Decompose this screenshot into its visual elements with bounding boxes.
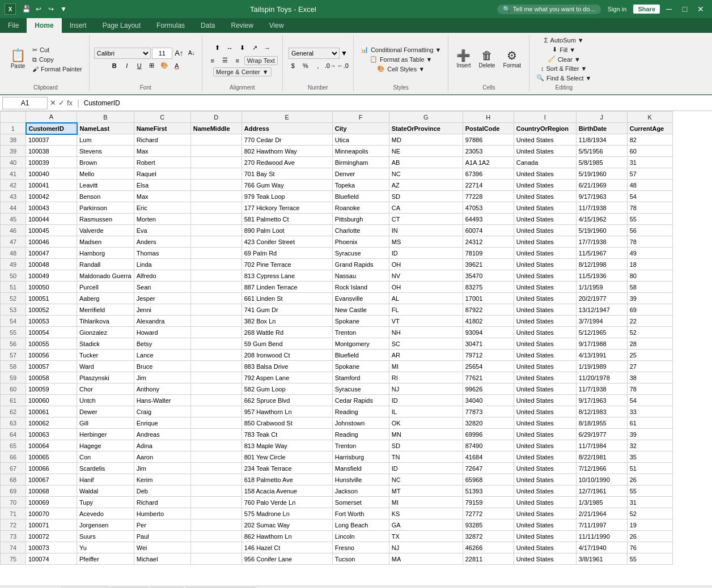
cell-k68[interactable]: 26 — [627, 474, 672, 485]
cell-j41[interactable]: 5/19/1960 — [576, 168, 627, 180]
cell-e73[interactable]: 862 Hawthorn Ln — [241, 531, 332, 542]
cell-k63[interactable]: 61 — [627, 417, 672, 429]
cell-k50[interactable]: 80 — [627, 270, 672, 282]
table-row[interactable]: 47100046MadsenAnders423 Conifer StreetPh… — [1, 236, 673, 248]
cell-a55[interactable]: 100054 — [26, 327, 77, 338]
cell-g75[interactable]: MA — [389, 553, 463, 565]
table-row[interactable]: 53100052MerrifieldJenni741 Gum DrNew Cas… — [1, 304, 673, 316]
cell-f50[interactable]: Nassau — [332, 270, 389, 282]
cell-j75[interactable]: 3/8/1961 — [576, 553, 627, 565]
cell-a68[interactable]: 100067 — [26, 474, 77, 485]
cell-a72[interactable]: 100071 — [26, 519, 77, 531]
cell-c73[interactable]: Paul — [134, 531, 190, 542]
restore-button[interactable]: □ — [678, 2, 692, 16]
cell-e58[interactable]: 883 Balsa Drive — [241, 361, 332, 372]
cell-i68[interactable]: United States — [514, 474, 576, 485]
cell-j51[interactable]: 1/1/1959 — [576, 282, 627, 293]
cell-i58[interactable]: United States — [514, 361, 576, 372]
table-row[interactable]: 63100062GillEnrique850 Crabwood StJohnst… — [1, 417, 673, 429]
cell-a51[interactable]: 100050 — [26, 282, 77, 293]
cell-b54[interactable]: Tihlarikova — [77, 316, 134, 327]
table-row[interactable]: 41100040MelloRaquel701 Bay StDenverNC673… — [1, 168, 673, 180]
font-decrease-btn[interactable]: A↓ — [186, 48, 197, 59]
cell-h52[interactable]: 17001 — [463, 293, 514, 304]
cell-a71[interactable]: 100070 — [26, 508, 77, 519]
cell-e40[interactable]: 270 Redwood Ave — [241, 157, 332, 168]
orientation-btn[interactable]: ↗ — [249, 42, 260, 54]
table-row[interactable]: 56100055StadickBetsy59 Gum BendMontgomer… — [1, 338, 673, 350]
cell-i42[interactable]: United States — [514, 180, 576, 191]
cell-d74[interactable] — [190, 542, 241, 553]
table-row[interactable]: 66100065ConAaron801 Yew CircleHarrisburg… — [1, 451, 673, 463]
cell-j74[interactable]: 4/17/1940 — [576, 542, 627, 553]
cell-j1[interactable]: BirthDate — [576, 123, 627, 134]
cell-a39[interactable]: 100038 — [26, 146, 77, 157]
cell-h40[interactable]: A1A 1A2 — [463, 157, 514, 168]
cell-c71[interactable]: Humberto — [134, 508, 190, 519]
cell-j66[interactable]: 8/22/1981 — [576, 451, 627, 463]
cell-i74[interactable]: United States — [514, 542, 576, 553]
cell-i43[interactable]: United States — [514, 191, 576, 202]
cell-k39[interactable]: 60 — [627, 146, 672, 157]
align-middle-btn[interactable]: ↔ — [224, 42, 235, 54]
cell-c49[interactable]: Linda — [134, 259, 190, 270]
cell-e63[interactable]: 850 Crabwood St — [241, 417, 332, 429]
cell-d43[interactable] — [190, 191, 241, 202]
cell-f48[interactable]: Syracuse — [332, 248, 389, 259]
autosum-button[interactable]: Σ AutoSum ▼ — [542, 36, 586, 44]
cell-i57[interactable]: United States — [514, 350, 576, 361]
table-row[interactable]: 75100074PfeifferMichael956 Conifer LaneT… — [1, 553, 673, 565]
cell-b50[interactable]: Maldonado Guerra — [77, 270, 134, 282]
cell-c56[interactable]: Betsy — [134, 338, 190, 350]
fill-color-button[interactable]: 🎨 — [159, 60, 170, 71]
cell-g69[interactable]: MT — [389, 485, 463, 497]
redo-btn[interactable]: ↪ — [45, 3, 57, 15]
italic-button[interactable]: I — [121, 60, 133, 71]
tell-me-box[interactable]: 🔍 Tell me what you want to do... — [497, 5, 601, 14]
cell-e60[interactable]: 582 Gum Loop — [241, 384, 332, 395]
cell-e1[interactable]: Address — [241, 123, 332, 134]
cell-h66[interactable]: 41684 — [463, 451, 514, 463]
cell-i66[interactable]: United States — [514, 451, 576, 463]
cell-b60[interactable]: Chor — [77, 384, 134, 395]
cell-i70[interactable]: United States — [514, 497, 576, 508]
cell-d73[interactable] — [190, 531, 241, 542]
cell-j57[interactable]: 4/13/1991 — [576, 350, 627, 361]
cell-g66[interactable]: TN — [389, 451, 463, 463]
cell-j44[interactable]: 11/7/1938 — [576, 202, 627, 214]
cell-h67[interactable]: 72647 — [463, 463, 514, 474]
cell-j72[interactable]: 7/11/1997 — [576, 519, 627, 531]
cell-g51[interactable]: OH — [389, 282, 463, 293]
cell-k74[interactable]: 76 — [627, 542, 672, 553]
cell-j63[interactable]: 8/18/1955 — [576, 417, 627, 429]
cell-a43[interactable]: 100042 — [26, 191, 77, 202]
cell-d46[interactable] — [190, 225, 241, 236]
cell-i47[interactable]: United States — [514, 236, 576, 248]
cell-g71[interactable]: KS — [389, 508, 463, 519]
cell-h43[interactable]: 77228 — [463, 191, 514, 202]
cell-e57[interactable]: 208 Ironwood Ct — [241, 350, 332, 361]
cell-c48[interactable]: Thomas — [134, 248, 190, 259]
cell-e69[interactable]: 158 Acacia Avenue — [241, 485, 332, 497]
cancel-formula-icon[interactable]: ✕ — [50, 99, 56, 107]
merge-center-button[interactable]: Merge & Center ▼ — [213, 67, 272, 76]
cell-e56[interactable]: 59 Gum Bend — [241, 338, 332, 350]
cell-d51[interactable] — [190, 282, 241, 293]
cell-b59[interactable]: Ptaszynski — [77, 372, 134, 384]
cell-h56[interactable]: 30471 — [463, 338, 514, 350]
cell-d64[interactable] — [190, 429, 241, 440]
cell-c59[interactable]: Jim — [134, 372, 190, 384]
cell-e52[interactable]: 661 Linden St — [241, 293, 332, 304]
cell-c65[interactable]: Adina — [134, 440, 190, 451]
font-increase-btn[interactable]: A↑ — [173, 48, 185, 59]
find-select-button[interactable]: 🔍 Find & Select ▼ — [534, 74, 594, 82]
cell-h71[interactable]: 72772 — [463, 508, 514, 519]
close-button[interactable]: ✕ — [694, 2, 707, 16]
table-row[interactable]: 58100057WardBruce883 Balsa DriveSpokaneM… — [1, 361, 673, 372]
table-row[interactable]: 54100053TihlarikovaAlexandra382 Box LnSp… — [1, 316, 673, 327]
delete-button[interactable]: 🗑 Delete — [476, 46, 499, 73]
col-header-b[interactable]: B — [77, 112, 134, 123]
border-button[interactable]: ⊞ — [146, 60, 158, 71]
cell-g47[interactable]: MS — [389, 236, 463, 248]
cell-j60[interactable]: 11/7/1938 — [576, 384, 627, 395]
